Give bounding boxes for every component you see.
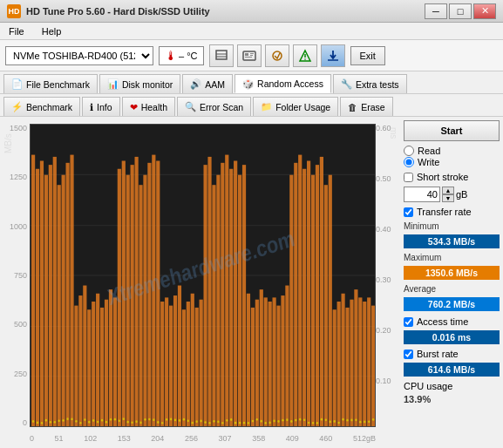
svg-rect-80 <box>294 163 297 426</box>
access-time-checkbox[interactable] <box>404 317 413 327</box>
svg-point-158 <box>286 418 288 421</box>
svg-rect-91 <box>341 294 344 426</box>
svg-point-129 <box>161 422 163 424</box>
tabs-row-2: ⚡ Benchmark ℹ Info ❤ Health 🔍 Error Scan… <box>0 94 503 117</box>
rw-radio-group: Read Write <box>404 146 500 167</box>
svg-point-155 <box>273 420 275 423</box>
svg-rect-28 <box>70 155 73 426</box>
toolbar-btn-2[interactable] <box>237 44 262 67</box>
close-button[interactable]: ✕ <box>473 3 496 19</box>
tab-info[interactable]: ℹ Info <box>82 97 120 116</box>
transfer-rate-checkbox[interactable] <box>404 207 413 217</box>
tab-disk-monitor[interactable]: 📊 Disk monitor <box>99 74 180 93</box>
minimize-button[interactable]: ─ <box>425 3 447 19</box>
svg-rect-51 <box>169 306 173 426</box>
burst-rate-checkbox[interactable] <box>404 350 413 359</box>
spin-buttons: ▲ ▼ <box>442 187 454 202</box>
toolbar-btn-download[interactable] <box>321 44 345 67</box>
svg-rect-93 <box>350 300 353 426</box>
tab-aam[interactable]: 🔊 AAM <box>182 74 233 93</box>
x-tick-409: 409 <box>286 434 299 443</box>
svg-rect-25 <box>58 185 61 426</box>
svg-point-145 <box>230 418 232 421</box>
svg-rect-30 <box>78 295 82 426</box>
svg-rect-55 <box>187 302 190 426</box>
temperature-display: 🌡 – °C <box>159 46 204 65</box>
svg-point-161 <box>299 418 301 421</box>
svg-rect-45 <box>143 175 146 426</box>
toolbar-btn-1[interactable] <box>209 44 234 67</box>
svg-rect-6 <box>250 55 253 56</box>
start-button[interactable]: Start <box>404 120 500 141</box>
extra-tests-icon: 🔧 <box>341 78 352 90</box>
svg-point-167 <box>325 418 327 421</box>
spin-unit-label: gB <box>456 189 467 200</box>
svg-rect-78 <box>285 286 289 426</box>
x-tick-0: 0 <box>30 434 34 443</box>
short-stroke-checkbox-label[interactable]: Short stroke <box>404 172 500 182</box>
svg-point-118 <box>114 418 116 421</box>
svg-point-141 <box>213 420 214 423</box>
access-time-checkbox-label[interactable]: Access time <box>404 316 500 327</box>
exit-button[interactable]: Exit <box>350 46 385 65</box>
svg-point-149 <box>248 422 249 424</box>
short-stroke-label: Short stroke <box>417 172 468 182</box>
svg-rect-33 <box>92 302 95 426</box>
svg-rect-74 <box>268 302 272 426</box>
toolbar-btn-3[interactable] <box>265 44 289 67</box>
spin-down-button[interactable]: ▼ <box>442 194 454 202</box>
short-stroke-checkbox[interactable] <box>404 173 413 182</box>
svg-rect-89 <box>333 309 336 426</box>
svg-point-115 <box>101 419 103 422</box>
tab-file-benchmark[interactable]: 📄 File Benchmark <box>3 74 98 93</box>
x-axis-ticks: 0 51 102 153 204 256 307 358 409 460 512… <box>30 434 376 443</box>
burst-rate-checkbox-label[interactable]: Burst rate <box>404 349 500 359</box>
svg-point-120 <box>123 417 125 420</box>
svg-point-147 <box>239 422 241 424</box>
svg-rect-35 <box>100 308 104 426</box>
svg-point-122 <box>131 421 133 424</box>
svg-point-112 <box>88 421 90 424</box>
menu-file[interactable]: File <box>5 25 28 37</box>
tab-benchmark[interactable]: ⚡ Benchmark <box>3 97 80 116</box>
svg-rect-20 <box>36 169 39 426</box>
tab-health[interactable]: ❤ Health <box>122 97 175 116</box>
svg-point-164 <box>312 422 314 424</box>
svg-point-107 <box>66 417 68 420</box>
svg-point-172 <box>346 419 348 422</box>
read-radio[interactable] <box>404 146 414 156</box>
device-selector[interactable]: NVMe TOSHIBA-RD400 (512 gB) <box>5 46 153 65</box>
svg-point-166 <box>321 418 323 421</box>
read-radio-label[interactable]: Read <box>404 146 500 156</box>
svg-rect-67 <box>238 175 241 426</box>
tab-extra-tests[interactable]: 🔧 Extra tests <box>333 74 407 93</box>
svg-point-139 <box>204 421 206 424</box>
tab-erase[interactable]: 🗑 Erase <box>340 97 392 116</box>
spin-up-button[interactable]: ▲ <box>442 187 454 194</box>
svg-rect-0 <box>216 51 227 59</box>
menu-help[interactable]: Help <box>38 25 65 37</box>
svg-rect-86 <box>320 157 323 426</box>
y-tick-1250: 1250 <box>3 173 30 181</box>
svg-point-108 <box>71 417 72 420</box>
tab-random-access-label: Random Access <box>257 78 323 89</box>
aam-icon: 🔊 <box>190 78 201 90</box>
burst-rate-value: 614.6 MB/s <box>404 363 500 377</box>
toolbar-btn-4[interactable] <box>293 44 317 67</box>
spin-row: ▲ ▼ gB <box>404 187 500 202</box>
main-content: MB/s ms Xtremehardware.com <box>0 117 503 448</box>
spin-input[interactable] <box>404 187 440 202</box>
svg-point-127 <box>153 418 154 421</box>
svg-point-132 <box>174 419 176 422</box>
write-radio[interactable] <box>404 157 414 167</box>
tab-folder-usage[interactable]: 📁 Folder Usage <box>253 97 338 116</box>
access-time-value: 0.016 ms <box>404 330 500 344</box>
tab-aam-label: AAM <box>205 79 225 90</box>
tab-random-access[interactable]: 🎲 Random Access <box>235 74 331 93</box>
chart-container: MB/s ms Xtremehardware.com <box>3 120 400 445</box>
maximize-button[interactable]: □ <box>449 3 472 19</box>
x-tick-256: 256 <box>185 434 198 443</box>
tab-error-scan[interactable]: 🔍 Error Scan <box>177 97 251 116</box>
transfer-rate-checkbox-label[interactable]: Transfer rate <box>404 207 500 217</box>
write-radio-label[interactable]: Write <box>404 157 500 167</box>
